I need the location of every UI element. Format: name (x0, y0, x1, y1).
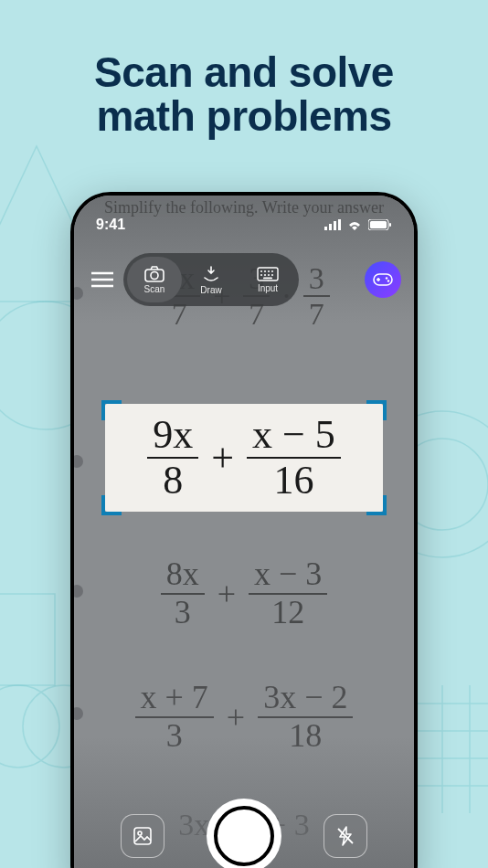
svg-point-40 (386, 277, 387, 279)
hamburger-icon (91, 271, 113, 288)
gallery-icon (132, 825, 154, 847)
math-operator: + (211, 435, 234, 482)
camera-controls (74, 799, 414, 868)
svg-rect-36 (263, 277, 272, 279)
svg-rect-15 (324, 227, 327, 230)
svg-point-33 (264, 274, 266, 276)
menu-button[interactable] (87, 264, 118, 295)
svg-rect-14 (0, 594, 55, 685)
svg-rect-21 (389, 223, 391, 227)
svg-point-41 (387, 280, 389, 281)
svg-point-4 (0, 685, 59, 767)
math-expression: x + 73 + 3x − 218 (74, 680, 414, 754)
phone-frame: Simplify the following. Write your answe… (70, 192, 418, 868)
crop-handle-tl[interactable] (101, 400, 122, 420)
math-fraction: x − 516 (247, 413, 341, 503)
status-bar: 9:41 (74, 196, 414, 241)
svg-point-29 (264, 270, 266, 272)
gamepad-icon (373, 273, 393, 286)
battery-icon (368, 219, 392, 230)
cellular-icon (324, 219, 341, 230)
svg-point-26 (151, 271, 158, 279)
mode-draw-button[interactable]: Draw (184, 257, 239, 302)
gallery-button[interactable] (121, 814, 164, 858)
math-expression: 8x3 + x − 312 (74, 556, 414, 630)
svg-point-43 (138, 831, 142, 835)
svg-point-34 (268, 274, 270, 276)
promo-headline: Scan and solve math problems (0, 50, 488, 139)
status-icons (324, 219, 392, 230)
scan-crop-area[interactable]: 9x8 + x − 516 (105, 404, 383, 512)
bullet-dot (74, 455, 83, 468)
svg-rect-42 (134, 828, 151, 844)
top-toolbar: Scan Draw Input (87, 252, 401, 307)
crop-handle-bl[interactable] (101, 495, 122, 515)
svg-point-35 (271, 274, 273, 276)
status-time: 9:41 (96, 217, 125, 233)
mode-draw-label: Draw (200, 285, 221, 295)
headline-line1: Scan and solve (94, 48, 394, 96)
headline-line2: math problems (96, 92, 391, 140)
mode-selector: Scan Draw Input (123, 253, 299, 306)
svg-point-30 (268, 270, 270, 272)
camera-icon (144, 266, 164, 282)
phone-screen: Simplify the following. Write your answe… (74, 196, 414, 868)
svg-rect-16 (329, 224, 332, 230)
svg-point-32 (260, 274, 262, 276)
keyboard-icon (257, 267, 279, 281)
svg-point-31 (271, 270, 273, 272)
svg-rect-18 (338, 219, 341, 230)
flash-button[interactable] (324, 814, 367, 858)
wifi-icon (346, 219, 363, 230)
svg-rect-17 (334, 221, 336, 230)
mode-input-label: Input (258, 283, 278, 293)
mode-scan-button[interactable]: Scan (127, 257, 182, 302)
flash-off-icon (334, 825, 356, 847)
mode-input-button[interactable]: Input (240, 257, 295, 302)
games-button[interactable] (365, 261, 401, 298)
mode-scan-label: Scan (144, 284, 165, 294)
svg-rect-20 (370, 221, 387, 228)
draw-icon (201, 265, 221, 283)
crop-handle-tr[interactable] (366, 400, 387, 420)
svg-point-28 (260, 270, 262, 272)
crop-handle-br[interactable] (366, 495, 387, 515)
math-fraction: 9x8 (147, 413, 198, 503)
shutter-button[interactable] (207, 799, 281, 868)
